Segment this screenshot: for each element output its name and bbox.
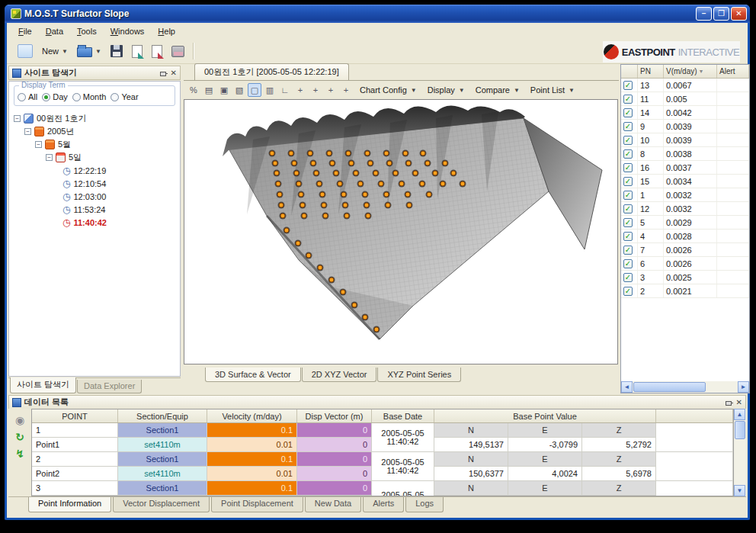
point-checkbox[interactable]: ✓ [623, 149, 633, 159]
survey-point-marker[interactable] [374, 327, 380, 332]
survey-point-marker[interactable] [317, 181, 322, 187]
chart-menu-button[interactable]: Display ▼ [422, 84, 470, 96]
scroll-left-icon[interactable]: ◄ [621, 381, 633, 393]
point-row[interactable]: ✓ 1 0.0032 [621, 188, 749, 202]
new-button[interactable]: New ▼ [37, 43, 72, 59]
point-checkbox[interactable]: ✓ [623, 108, 633, 117]
chart-tool-button[interactable]: + [339, 83, 353, 97]
close-panel-icon[interactable]: ✕ [736, 398, 742, 406]
scroll-right-icon[interactable]: ► [738, 381, 749, 393]
survey-point-marker[interactable] [358, 181, 364, 187]
explorer-tab[interactable]: 사이트 탐색기 [10, 377, 76, 393]
point-checkbox[interactable]: ✓ [623, 95, 633, 104]
close-panel-icon[interactable]: ✕ [171, 69, 177, 77]
survey-point-marker[interactable] [289, 151, 294, 156]
survey-point-marker[interactable] [425, 161, 431, 166]
chart-tool-button[interactable]: ▧ [232, 83, 246, 97]
document-tab[interactable]: 00원전 1호기 [2005-05-05 12:22:19] [194, 63, 349, 80]
survey-point-marker[interactable] [344, 214, 350, 219]
survey-point-marker[interactable] [352, 303, 357, 308]
survey-point-marker[interactable] [406, 161, 412, 166]
point-row[interactable]: ✓ 7 0.0026 [621, 243, 749, 257]
view-tab[interactable]: 3D Surface & Vector [205, 368, 301, 382]
tree-node-time[interactable]: ◷ 12:22:19 [14, 164, 178, 177]
menu-item[interactable]: Tools [70, 25, 104, 37]
tree-node-time[interactable]: ◷ 11:40:42 [14, 216, 178, 229]
survey-point-marker[interactable] [403, 151, 408, 156]
survey-point-marker[interactable] [296, 241, 301, 246]
survey-point-marker[interactable] [306, 253, 312, 258]
collapse-icon[interactable]: − [35, 141, 42, 148]
chart-tool-button[interactable]: ▢ [248, 83, 261, 97]
survey-point-marker[interactable] [407, 203, 412, 208]
data-list-tab[interactable]: New Data [305, 497, 361, 512]
pin-icon[interactable] [159, 69, 168, 77]
survey-point-marker[interactable] [284, 228, 290, 233]
view-tab[interactable]: 2D XYZ Vector [302, 368, 377, 382]
survey-point-marker[interactable] [318, 265, 323, 271]
chart-tool-button[interactable]: + [293, 83, 307, 97]
point-checkbox[interactable]: ✓ [623, 191, 633, 200]
data-list-tab[interactable]: Vector Displacement [113, 497, 210, 512]
point-checkbox[interactable]: ✓ [623, 273, 633, 282]
minimize-button[interactable]: – [696, 7, 712, 21]
collapse-icon[interactable]: − [46, 154, 53, 161]
point-row[interactable]: ✓ 14 0.0042 [621, 106, 749, 120]
data-row-group[interactable]: 1 Section1 0.1 0 2005-05-05 11:40:42 N E… [32, 423, 733, 452]
survey-point-marker[interactable] [341, 290, 346, 295]
point-row[interactable]: ✓ 2 0.0021 [621, 284, 749, 298]
menu-item[interactable]: Help [151, 25, 182, 37]
survey-point-marker[interactable] [300, 203, 306, 208]
survey-point-marker[interactable] [294, 171, 300, 176]
survey-point-marker[interactable] [338, 181, 343, 187]
survey-point-marker[interactable] [433, 171, 438, 176]
survey-point-marker[interactable] [405, 192, 411, 197]
survey-point-marker[interactable] [379, 181, 384, 187]
data-list-tab[interactable]: Alerts [363, 497, 404, 512]
tree-node-day[interactable]: − 5일 [14, 151, 178, 164]
survey-point-marker[interactable] [308, 151, 313, 156]
menu-item[interactable]: Data [39, 25, 70, 37]
new-style-swatch[interactable] [13, 41, 37, 61]
survey-point-marker[interactable] [384, 192, 389, 197]
survey-point-marker[interactable] [322, 203, 327, 208]
survey-point-marker[interactable] [386, 203, 391, 208]
survey-point-marker[interactable] [460, 181, 466, 187]
collapse-icon[interactable]: − [14, 115, 21, 122]
survey-point-marker[interactable] [330, 161, 335, 166]
explorer-tab[interactable]: Data Explorer [77, 380, 142, 393]
point-checkbox[interactable]: ✓ [623, 287, 633, 296]
point-row[interactable]: ✓ 8 0.0038 [621, 147, 749, 161]
point-row[interactable]: ✓ 9 0.0039 [621, 120, 749, 133]
survey-point-marker[interactable] [296, 181, 302, 187]
survey-point-marker[interactable] [366, 214, 371, 219]
maximize-button[interactable]: ❐ [713, 7, 729, 21]
survey-point-marker[interactable] [393, 171, 399, 176]
report-button[interactable] [127, 42, 147, 61]
chart-tool-button[interactable]: ▤ [202, 83, 216, 97]
point-checkbox[interactable]: ✓ [623, 163, 633, 172]
tree-node-root[interactable]: − 00원전 1호기 [14, 112, 178, 125]
save-button[interactable] [106, 42, 127, 60]
collapse-icon[interactable]: − [24, 128, 31, 135]
scrollbar-thumb[interactable] [735, 421, 745, 439]
point-checkbox[interactable]: ✓ [623, 259, 633, 268]
survey-point-marker[interactable] [334, 171, 339, 176]
survey-point-marker[interactable] [363, 192, 368, 197]
survey-point-marker[interactable] [427, 192, 432, 197]
point-row[interactable]: ✓ 10 0.0039 [621, 133, 749, 147]
point-checkbox[interactable]: ✓ [623, 177, 633, 186]
surface-3d-view[interactable] [184, 99, 618, 364]
point-checkbox[interactable]: ✓ [623, 218, 633, 227]
data-row-group[interactable]: 2 Section1 0.1 0 2005-05-05 11:40:42 N E… [32, 452, 733, 481]
display-term-radio[interactable]: Day [42, 92, 68, 101]
point-row[interactable]: ✓ 16 0.0037 [621, 161, 749, 175]
database-button[interactable] [167, 43, 189, 60]
survey-point-marker[interactable] [314, 171, 319, 176]
menu-item[interactable]: Windows [104, 25, 152, 37]
survey-point-marker[interactable] [329, 278, 335, 283]
point-row[interactable]: ✓ 12 0.0032 [621, 202, 749, 216]
display-term-radio[interactable]: Year [111, 92, 138, 101]
survey-point-marker[interactable] [384, 151, 389, 156]
chart-tool-button[interactable]: + [309, 83, 322, 97]
